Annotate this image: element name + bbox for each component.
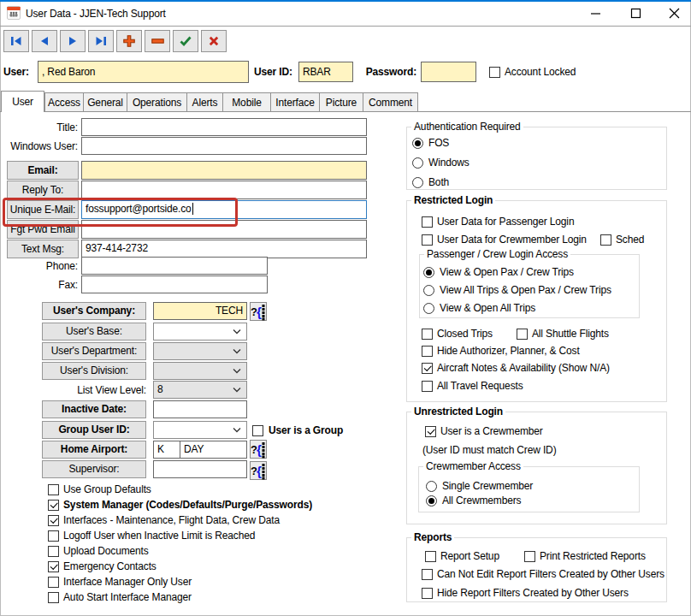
svg-text:{: { <box>257 442 262 457</box>
svg-text:{: { <box>257 305 262 319</box>
svg-text:{: { <box>257 464 262 478</box>
